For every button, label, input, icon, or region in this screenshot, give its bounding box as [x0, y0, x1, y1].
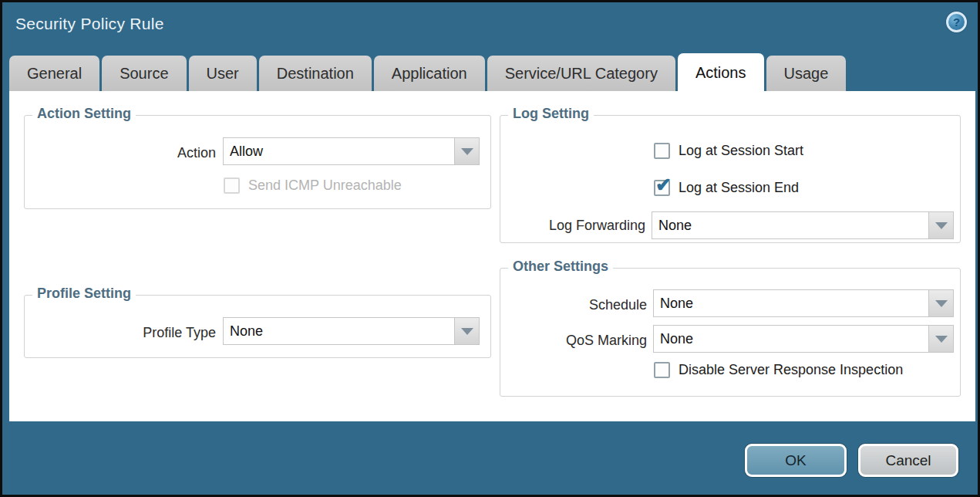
checkbox-box — [224, 178, 240, 194]
triangle-down-icon — [935, 336, 948, 343]
action-label: Action — [25, 145, 216, 161]
log-forwarding-dropdown-value[interactable]: None — [652, 211, 929, 239]
checkbox-box[interactable] — [654, 180, 670, 196]
triangle-down-icon — [935, 300, 948, 307]
triangle-down-icon — [935, 222, 948, 229]
tab-actions[interactable]: Actions — [678, 53, 764, 96]
chevron-down-icon[interactable] — [928, 211, 954, 239]
log-forwarding-dropdown[interactable]: None — [652, 211, 954, 239]
schedule-dropdown[interactable]: None — [653, 289, 954, 317]
profile-setting-section: Profile Setting Profile Type None — [24, 295, 491, 358]
checkmark-icon — [655, 174, 672, 196]
chevron-down-icon[interactable] — [454, 317, 480, 345]
checkbox-box[interactable] — [654, 362, 670, 378]
disable-server-response-inspection-checkbox[interactable]: Disable Server Response Inspection — [654, 362, 903, 378]
qos-marking-label: QoS Marking — [500, 333, 647, 349]
send-icmp-unreachable-checkbox: Send ICMP Unreachable — [224, 178, 402, 194]
other-settings-section: Other Settings Schedule None QoS Marking… — [500, 268, 961, 397]
tab-service-url-category[interactable]: Service/URL Category — [487, 56, 675, 91]
cancel-button[interactable]: Cancel — [858, 444, 958, 477]
tab-user[interactable]: User — [189, 56, 257, 91]
help-icon[interactable]: ? — [946, 12, 967, 32]
tab-application[interactable]: Application — [374, 56, 485, 91]
dialog-title: Security Policy Rule — [15, 15, 164, 33]
schedule-label: Schedule — [500, 297, 647, 313]
ok-button[interactable]: OK — [745, 444, 847, 477]
profile-type-label: Profile Type — [25, 325, 216, 341]
action-dropdown[interactable]: Allow — [223, 137, 480, 165]
profile-setting-legend: Profile Setting — [32, 286, 136, 302]
tab-usage[interactable]: Usage — [766, 56, 847, 91]
triangle-down-icon — [461, 148, 473, 155]
action-dropdown-value[interactable]: Allow — [223, 137, 455, 165]
chevron-down-icon[interactable] — [454, 137, 480, 165]
action-setting-legend: Action Setting — [32, 106, 136, 122]
log-at-session-start-checkbox[interactable]: Log at Session Start — [654, 143, 803, 159]
action-setting-section: Action Setting Action Allow Send ICMP Un… — [24, 115, 491, 209]
triangle-down-icon — [461, 328, 473, 335]
security-policy-rule-dialog: Security Policy Rule ? General Source Us… — [0, 0, 980, 497]
log-at-session-end-checkbox[interactable]: Log at Session End — [654, 180, 799, 196]
chevron-down-icon[interactable] — [928, 325, 954, 353]
tab-general[interactable]: General — [9, 56, 99, 91]
tab-bar: General Source User Destination Applicat… — [9, 53, 846, 91]
other-settings-legend: Other Settings — [508, 259, 613, 275]
send-icmp-unreachable-label: Send ICMP Unreachable — [248, 178, 402, 194]
chevron-down-icon[interactable] — [928, 289, 954, 317]
qos-marking-dropdown[interactable]: None — [653, 325, 954, 353]
profile-type-dropdown[interactable]: None — [223, 317, 480, 345]
log-setting-section: Log Setting Log at Session Start Log at … — [500, 115, 961, 243]
profile-type-dropdown-value[interactable]: None — [223, 317, 455, 345]
schedule-dropdown-value[interactable]: None — [653, 289, 929, 317]
tab-destination[interactable]: Destination — [259, 56, 372, 91]
log-at-session-start-label: Log at Session Start — [679, 143, 803, 159]
log-forwarding-label: Log Forwarding — [500, 218, 645, 234]
log-at-session-end-label: Log at Session End — [679, 180, 799, 196]
qos-marking-dropdown-value[interactable]: None — [653, 325, 929, 353]
disable-server-response-inspection-label: Disable Server Response Inspection — [679, 362, 903, 378]
checkbox-box[interactable] — [654, 143, 670, 159]
tab-source[interactable]: Source — [102, 56, 186, 91]
log-setting-legend: Log Setting — [508, 106, 594, 122]
